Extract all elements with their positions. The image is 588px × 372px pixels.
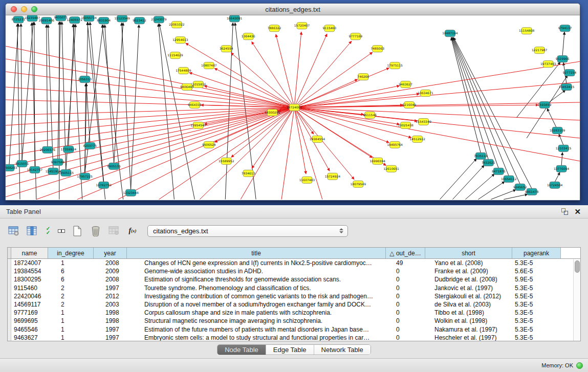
graph-edge[interactable]	[491, 190, 516, 200]
graph-node-selected[interactable]: 11154629	[167, 52, 183, 59]
graph-selected-edge[interactable]	[294, 34, 327, 107]
graph-edge[interactable]	[131, 25, 139, 189]
cell-year[interactable]: 2009	[94, 267, 127, 275]
graph-node[interactable]: 9794137	[558, 25, 572, 32]
graph-edge[interactable]	[9, 24, 18, 165]
graph-node[interactable]: 15123549	[114, 15, 130, 22]
cell-out_degree[interactable]: 0	[386, 292, 425, 300]
graph-node-selected[interactable]: 15720407	[294, 23, 310, 29]
graph-node[interactable]: 8471876	[492, 168, 506, 174]
cell-out_degree[interactable]: 0	[386, 267, 425, 275]
graph-selected-edge[interactable]	[6, 59, 294, 107]
graph-selected-edge[interactable]	[281, 107, 294, 200]
graph-node-selected[interactable]: 9464316	[188, 102, 202, 108]
cell-pagerank[interactable]: 5.9E-5	[512, 275, 561, 283]
graph-node-selected[interactable]: 17544809	[176, 68, 191, 74]
graph-node-selected[interactable]: 7886322	[268, 25, 281, 32]
table-row[interactable]: 1938455462009Genome-wide association stu…	[8, 267, 580, 275]
graph-node[interactable]: 13505115	[58, 169, 74, 176]
graph-node[interactable]: 11568293	[6, 164, 17, 171]
cell-in_degree[interactable]: 1	[48, 325, 94, 334]
cell-pagerank[interactable]: 5.3E-5	[512, 259, 561, 267]
cell-short[interactable]: Jankovic et al. (1997)	[425, 284, 512, 292]
table-row[interactable]: 977716911998Corpus callosum shape and si…	[8, 309, 580, 317]
graph-node[interactable]: 7835114	[474, 152, 488, 159]
cell-name[interactable]: 9465546	[11, 325, 48, 334]
cell-pagerank[interactable]: 5.5E-5	[512, 292, 561, 300]
cell-out_degree[interactable]: 0	[386, 317, 425, 325]
cell-short[interactable]: Franke et al. (2009)	[425, 267, 512, 275]
table-row[interactable]: 946554611997Estimation of the future num…	[8, 325, 580, 334]
float-panel-icon[interactable]	[561, 208, 568, 215]
cell-year[interactable]: 1997	[94, 334, 127, 341]
graph-node-selected[interactable]: 7834613	[242, 170, 255, 177]
cell-name[interactable]: 9699695	[11, 317, 48, 325]
graph-node-selected[interactable]: 9611546	[363, 112, 377, 118]
graph-edge[interactable]	[114, 23, 123, 163]
graph-node[interactable]: 14453415	[559, 84, 575, 91]
graph-node-selected[interactable]: 13954547	[190, 122, 206, 128]
column-header-short[interactable]: short	[425, 248, 512, 258]
table-row[interactable]: 1830029562008Estimation of significance …	[8, 275, 580, 283]
cell-title[interactable]: Estimation of the future numbers of pati…	[127, 325, 386, 334]
cell-out_degree[interactable]: 0	[386, 334, 425, 341]
graph-node[interactable]: 16643091	[227, 15, 243, 22]
graph-edge[interactable]	[547, 108, 556, 127]
table-row[interactable]: 1872400712008Changes of HCN gene express…	[8, 259, 580, 267]
graph-node-selected[interactable]: 3624554	[220, 46, 233, 52]
cell-in_degree[interactable]: 6	[48, 275, 94, 283]
graph-node[interactable]: 9245652	[513, 184, 527, 190]
graph-node-selected[interactable]: 12217987	[532, 47, 548, 54]
cell-pagerank[interactable]: 5.6E-5	[512, 267, 561, 275]
vertical-scrollbar[interactable]	[573, 259, 580, 341]
graph-selected-edge[interactable]	[294, 79, 358, 107]
graph-node[interactable]: 12405572	[67, 17, 83, 24]
cell-out_degree[interactable]: 0	[386, 275, 425, 283]
graph-node-selected[interactable]: 1364436	[242, 33, 255, 40]
graph-node-selected[interactable]: 12954613	[172, 37, 188, 43]
graph-edge[interactable]	[158, 24, 174, 199]
graph-node-selected[interactable]: 19737493	[540, 61, 556, 68]
graph-node[interactable]: 13776094	[554, 165, 570, 172]
graph-edge[interactable]	[69, 24, 74, 146]
graph-node[interactable]: 9861478	[525, 188, 539, 195]
graph-node-selected[interactable]: 15589952	[219, 158, 234, 164]
cell-name[interactable]: 18300295	[11, 275, 48, 283]
graph-node[interactable]: 10283109	[550, 127, 565, 134]
delete-table-button[interactable]	[106, 224, 122, 237]
cell-short[interactable]: de Silva et al. (2003)	[425, 300, 512, 309]
graph-node[interactable]: 3915051	[15, 160, 29, 167]
cell-title[interactable]: Estimation of significance thresholds fo…	[127, 275, 386, 283]
graph-node[interactable]: 21243079	[151, 16, 167, 23]
graph-node[interactable]: 1593859	[538, 102, 552, 108]
cell-year[interactable]: 1997	[94, 325, 127, 334]
cell-name[interactable]: 9463627	[11, 334, 48, 341]
graph-selected-edge[interactable]	[294, 107, 322, 200]
cell-title[interactable]: Disruption of a novel member of a sodium…	[127, 300, 386, 309]
select-all-button[interactable]: ✓✓	[43, 224, 53, 237]
graph-node[interactable]: 8831904	[97, 17, 111, 24]
graph-edge[interactable]	[122, 23, 131, 189]
cell-in_degree[interactable]: 2	[48, 300, 94, 309]
cell-title[interactable]: Investigating the contribution of common…	[127, 292, 386, 300]
graph-selected-edge[interactable]	[6, 107, 294, 136]
graph-node-selected[interactable]: 9806493	[180, 84, 194, 91]
cell-name[interactable]: 9115460	[11, 284, 48, 292]
graph-edge[interactable]	[562, 32, 564, 56]
graph-node-selected[interactable]: 11607483	[299, 177, 315, 183]
graph-node[interactable]: 20691406	[39, 17, 55, 24]
graph-selected-edge[interactable]	[186, 43, 294, 107]
graph-node-selected[interactable]: 18079549	[351, 181, 366, 187]
cell-out_degree[interactable]: 0	[386, 309, 425, 317]
cell-pagerank[interactable]: 5.3E-5	[512, 317, 561, 325]
graph-node-selected[interactable]: 7485063	[371, 46, 384, 52]
graph-edge[interactable]	[88, 22, 105, 199]
cell-title[interactable]: Corpus callosum shape and size in male p…	[127, 309, 386, 317]
graph-node-selected[interactable]: 746266	[357, 74, 369, 80]
cell-title[interactable]: Genome-wide association studies in ADHD.	[127, 267, 386, 275]
graph-node-selected[interactable]: 12610651	[383, 165, 399, 172]
graph-node[interactable]: 16055734	[81, 15, 97, 21]
graph-node[interactable]: 7832621	[482, 159, 495, 166]
graph-node[interactable]: 9623412	[133, 17, 146, 24]
cell-in_degree[interactable]: 1	[48, 309, 94, 317]
